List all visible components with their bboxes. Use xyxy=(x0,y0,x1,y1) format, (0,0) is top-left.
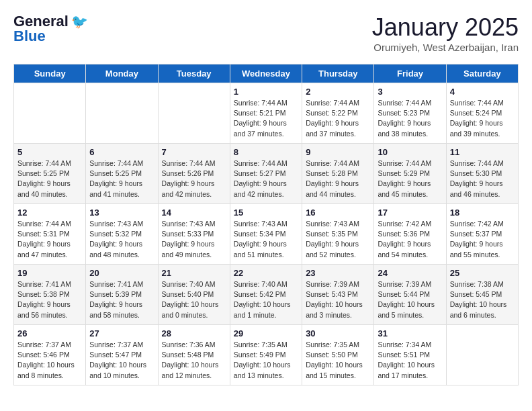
calendar-cell: 28Sunrise: 7:36 AM Sunset: 5:48 PM Dayli… xyxy=(158,325,230,385)
day-number: 14 xyxy=(162,208,226,218)
day-number: 8 xyxy=(234,147,298,157)
day-header-wednesday: Wednesday xyxy=(230,64,302,83)
day-info: Sunrise: 7:44 AM Sunset: 5:30 PM Dayligh… xyxy=(450,158,515,199)
day-number: 1 xyxy=(234,87,298,97)
day-number: 19 xyxy=(17,268,82,278)
day-number: 20 xyxy=(89,268,154,278)
day-info: Sunrise: 7:44 AM Sunset: 5:31 PM Dayligh… xyxy=(17,219,82,260)
calendar-cell: 16Sunrise: 7:43 AM Sunset: 5:35 PM Dayli… xyxy=(302,204,374,265)
day-info: Sunrise: 7:40 AM Sunset: 5:42 PM Dayligh… xyxy=(234,279,298,320)
calendar-cell: 9Sunrise: 7:44 AM Sunset: 5:28 PM Daylig… xyxy=(302,144,374,204)
day-info: Sunrise: 7:43 AM Sunset: 5:34 PM Dayligh… xyxy=(234,219,298,260)
day-info: Sunrise: 7:43 AM Sunset: 5:32 PM Dayligh… xyxy=(89,219,154,260)
day-info: Sunrise: 7:41 AM Sunset: 5:38 PM Dayligh… xyxy=(17,279,82,320)
logo-bird-icon: 🐦 xyxy=(71,13,88,30)
week-row-5: 26Sunrise: 7:37 AM Sunset: 5:46 PM Dayli… xyxy=(14,325,519,385)
day-number: 21 xyxy=(162,268,226,278)
title-block: January 2025 Orumiyeh, West Azerbaijan, … xyxy=(372,13,519,53)
calendar-cell: 19Sunrise: 7:41 AM Sunset: 5:38 PM Dayli… xyxy=(14,265,86,325)
day-info: Sunrise: 7:44 AM Sunset: 5:25 PM Dayligh… xyxy=(89,158,154,199)
calendar-cell: 13Sunrise: 7:43 AM Sunset: 5:32 PM Dayli… xyxy=(86,204,158,265)
calendar-cell: 12Sunrise: 7:44 AM Sunset: 5:31 PM Dayli… xyxy=(14,204,86,265)
day-number: 17 xyxy=(378,208,442,218)
calendar-cell: 17Sunrise: 7:42 AM Sunset: 5:36 PM Dayli… xyxy=(374,204,446,265)
week-row-2: 5Sunrise: 7:44 AM Sunset: 5:25 PM Daylig… xyxy=(14,144,519,204)
day-info: Sunrise: 7:39 AM Sunset: 5:43 PM Dayligh… xyxy=(306,279,370,320)
day-info: Sunrise: 7:43 AM Sunset: 5:33 PM Dayligh… xyxy=(162,219,226,260)
day-number: 26 xyxy=(17,328,82,338)
day-info: Sunrise: 7:44 AM Sunset: 5:23 PM Dayligh… xyxy=(378,98,442,139)
day-header-monday: Monday xyxy=(86,64,158,83)
calendar-cell: 15Sunrise: 7:43 AM Sunset: 5:34 PM Dayli… xyxy=(230,204,302,265)
calendar-cell: 14Sunrise: 7:43 AM Sunset: 5:33 PM Dayli… xyxy=(158,204,230,265)
calendar-cell: 25Sunrise: 7:38 AM Sunset: 5:45 PM Dayli… xyxy=(446,265,518,325)
calendar-cell: 3Sunrise: 7:44 AM Sunset: 5:23 PM Daylig… xyxy=(374,83,446,144)
calendar-cell: 2Sunrise: 7:44 AM Sunset: 5:22 PM Daylig… xyxy=(302,83,374,144)
calendar-cell: 10Sunrise: 7:44 AM Sunset: 5:29 PM Dayli… xyxy=(374,144,446,204)
calendar-header-row: SundayMondayTuesdayWednesdayThursdayFrid… xyxy=(14,64,519,83)
calendar-cell xyxy=(446,325,518,385)
day-number: 13 xyxy=(89,208,154,218)
day-info: Sunrise: 7:44 AM Sunset: 5:22 PM Dayligh… xyxy=(306,98,370,139)
day-number: 30 xyxy=(306,328,370,338)
calendar-cell: 8Sunrise: 7:44 AM Sunset: 5:27 PM Daylig… xyxy=(230,144,302,204)
day-info: Sunrise: 7:37 AM Sunset: 5:46 PM Dayligh… xyxy=(17,340,82,381)
day-info: Sunrise: 7:42 AM Sunset: 5:36 PM Dayligh… xyxy=(378,219,442,260)
day-info: Sunrise: 7:42 AM Sunset: 5:37 PM Dayligh… xyxy=(450,219,515,260)
day-info: Sunrise: 7:41 AM Sunset: 5:39 PM Dayligh… xyxy=(89,279,154,320)
day-header-tuesday: Tuesday xyxy=(158,64,230,83)
calendar-cell: 1Sunrise: 7:44 AM Sunset: 5:21 PM Daylig… xyxy=(230,83,302,144)
calendar-cell: 30Sunrise: 7:35 AM Sunset: 5:50 PM Dayli… xyxy=(302,325,374,385)
day-number: 6 xyxy=(89,147,154,157)
calendar-cell: 7Sunrise: 7:44 AM Sunset: 5:26 PM Daylig… xyxy=(158,144,230,204)
day-number: 5 xyxy=(17,147,82,157)
page-header: General 🐦 Blue January 2025 Orumiyeh, We… xyxy=(13,13,519,53)
day-number: 24 xyxy=(378,268,442,278)
calendar-cell: 22Sunrise: 7:40 AM Sunset: 5:42 PM Dayli… xyxy=(230,265,302,325)
day-number: 27 xyxy=(89,328,154,338)
day-number: 15 xyxy=(234,208,298,218)
day-info: Sunrise: 7:44 AM Sunset: 5:24 PM Dayligh… xyxy=(450,98,515,139)
logo-blue-text: Blue xyxy=(13,28,46,44)
day-number: 3 xyxy=(378,87,442,97)
calendar-cell xyxy=(14,83,86,144)
calendar-cell: 29Sunrise: 7:35 AM Sunset: 5:49 PM Dayli… xyxy=(230,325,302,385)
day-info: Sunrise: 7:44 AM Sunset: 5:21 PM Dayligh… xyxy=(234,98,298,139)
calendar-cell: 31Sunrise: 7:34 AM Sunset: 5:51 PM Dayli… xyxy=(374,325,446,385)
day-header-saturday: Saturday xyxy=(446,64,518,83)
day-header-thursday: Thursday xyxy=(302,64,374,83)
day-info: Sunrise: 7:37 AM Sunset: 5:47 PM Dayligh… xyxy=(89,340,154,381)
day-info: Sunrise: 7:35 AM Sunset: 5:50 PM Dayligh… xyxy=(306,340,370,381)
calendar-cell xyxy=(158,83,230,144)
day-number: 16 xyxy=(306,208,370,218)
calendar-cell: 23Sunrise: 7:39 AM Sunset: 5:43 PM Dayli… xyxy=(302,265,374,325)
calendar-cell: 20Sunrise: 7:41 AM Sunset: 5:39 PM Dayli… xyxy=(86,265,158,325)
day-number: 7 xyxy=(162,147,226,157)
day-header-friday: Friday xyxy=(374,64,446,83)
day-info: Sunrise: 7:44 AM Sunset: 5:25 PM Dayligh… xyxy=(17,158,82,199)
calendar-cell: 6Sunrise: 7:44 AM Sunset: 5:25 PM Daylig… xyxy=(86,144,158,204)
week-row-1: 1Sunrise: 7:44 AM Sunset: 5:21 PM Daylig… xyxy=(14,83,519,144)
location-subtitle: Orumiyeh, West Azerbaijan, Iran xyxy=(372,42,519,53)
day-number: 29 xyxy=(234,328,298,338)
calendar-cell xyxy=(86,83,158,144)
day-info: Sunrise: 7:39 AM Sunset: 5:44 PM Dayligh… xyxy=(378,279,442,320)
day-info: Sunrise: 7:34 AM Sunset: 5:51 PM Dayligh… xyxy=(378,340,442,381)
calendar-cell: 21Sunrise: 7:40 AM Sunset: 5:40 PM Dayli… xyxy=(158,265,230,325)
logo: General 🐦 Blue xyxy=(13,13,88,44)
calendar-cell: 24Sunrise: 7:39 AM Sunset: 5:44 PM Dayli… xyxy=(374,265,446,325)
day-number: 11 xyxy=(450,147,515,157)
calendar-table: SundayMondayTuesdayWednesdayThursdayFrid… xyxy=(13,64,519,385)
week-row-3: 12Sunrise: 7:44 AM Sunset: 5:31 PM Dayli… xyxy=(14,204,519,265)
calendar-cell: 26Sunrise: 7:37 AM Sunset: 5:46 PM Dayli… xyxy=(14,325,86,385)
day-number: 28 xyxy=(162,328,226,338)
day-number: 31 xyxy=(378,328,442,338)
day-info: Sunrise: 7:44 AM Sunset: 5:28 PM Dayligh… xyxy=(306,158,370,199)
calendar-cell: 11Sunrise: 7:44 AM Sunset: 5:30 PM Dayli… xyxy=(446,144,518,204)
day-number: 22 xyxy=(234,268,298,278)
day-info: Sunrise: 7:44 AM Sunset: 5:27 PM Dayligh… xyxy=(234,158,298,199)
day-info: Sunrise: 7:35 AM Sunset: 5:49 PM Dayligh… xyxy=(234,340,298,381)
week-row-4: 19Sunrise: 7:41 AM Sunset: 5:38 PM Dayli… xyxy=(14,265,519,325)
day-info: Sunrise: 7:44 AM Sunset: 5:29 PM Dayligh… xyxy=(378,158,442,199)
day-number: 9 xyxy=(306,147,370,157)
